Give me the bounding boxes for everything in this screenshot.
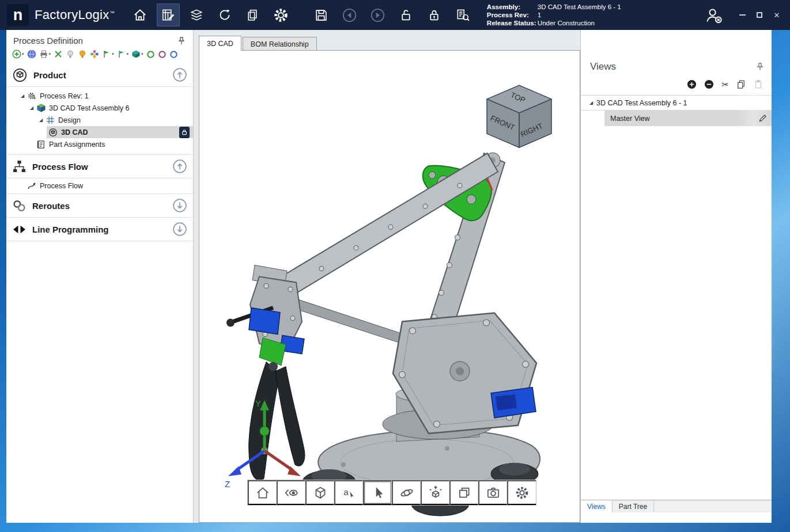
orbit-button[interactable] <box>392 480 421 505</box>
settings-button[interactable] <box>270 3 293 26</box>
materials-button[interactable] <box>185 3 208 26</box>
home-icon <box>133 7 148 22</box>
orbit-icon <box>399 485 414 500</box>
tree-expander-icon[interactable]: ◢ <box>19 90 26 102</box>
tree-item-label: 3D CAD <box>61 128 88 136</box>
snapshot-button[interactable] <box>478 480 507 505</box>
web-link-button[interactable] <box>27 50 36 59</box>
tree-item-design[interactable]: ◢ Design <box>6 114 193 126</box>
documents-icon <box>245 8 260 22</box>
paste-view-button[interactable] <box>753 79 762 89</box>
pin-icon[interactable] <box>757 63 763 71</box>
process-flow-section[interactable]: Process Flow <box>6 155 193 178</box>
tab-views[interactable]: Views <box>581 500 613 512</box>
view-home-button[interactable] <box>248 480 277 505</box>
expand-down-button[interactable] <box>172 222 187 237</box>
process-definition-button[interactable] <box>157 3 180 26</box>
master-view-item[interactable]: Master View <box>604 111 772 126</box>
dropdown-caret-icon: ▾ <box>49 52 51 56</box>
tree-expander-icon[interactable]: ◢ <box>28 102 35 114</box>
documents-button[interactable] <box>241 3 264 26</box>
cad-viewport[interactable]: TOP FRONT RIGHT <box>199 50 580 523</box>
window-controls: ✕ <box>734 7 785 23</box>
forward-button[interactable] <box>366 3 390 26</box>
product-section[interactable]: Product <box>6 63 193 86</box>
circle-down-arrow-icon <box>172 222 187 237</box>
process-flow-icon <box>12 159 27 174</box>
visibility-icon <box>284 485 299 500</box>
status-purple-button[interactable] <box>158 50 167 59</box>
release-status-value: Under Construction <box>538 19 595 27</box>
lock-button[interactable] <box>423 3 446 26</box>
tree-item-label: Design <box>58 116 81 124</box>
close-button[interactable]: ✕ <box>768 7 785 23</box>
purple-ring-icon <box>158 50 167 59</box>
collapse-up-button[interactable] <box>172 159 187 174</box>
views-toolbar: ✂ <box>581 73 772 95</box>
unlock-button[interactable] <box>395 3 418 26</box>
cad-icon <box>48 128 58 137</box>
status-blue-button[interactable] <box>169 50 178 59</box>
tab-bom-relationship[interactable]: BOM Relationship <box>243 37 317 51</box>
add-view-button[interactable] <box>687 79 697 89</box>
print-button[interactable]: ▾ <box>39 50 51 59</box>
status-green-button[interactable] <box>146 50 155 59</box>
remove-view-button[interactable] <box>704 79 714 89</box>
highlight-button[interactable] <box>78 50 87 59</box>
account-button[interactable] <box>702 3 725 26</box>
compare-views-button[interactable] <box>449 480 478 505</box>
app-logo: n <box>7 4 29 26</box>
back-icon <box>342 7 357 23</box>
audit-search-button[interactable] <box>451 3 474 26</box>
app-title: FactoryLogix™ <box>35 7 115 22</box>
viewport-settings-button[interactable] <box>507 480 536 505</box>
reroutes-section[interactable]: Reroutes <box>6 194 193 217</box>
copy-view-button[interactable] <box>736 79 746 89</box>
edit-pencil-icon[interactable] <box>758 114 767 123</box>
back-button[interactable] <box>338 3 361 26</box>
dropdown-caret-icon: ▾ <box>22 52 24 56</box>
robot-arm-model[interactable] <box>226 153 540 516</box>
tree-item-3d-cad[interactable]: 3D CAD <box>47 126 193 138</box>
process-rev-value: 1 <box>538 11 541 19</box>
svg-text:a: a <box>343 487 349 497</box>
cad-scene[interactable]: TOP FRONT RIGHT <box>199 51 580 522</box>
dispatch-button[interactable] <box>213 3 236 26</box>
tree-expander-icon[interactable]: ◢ <box>37 114 44 126</box>
line-programming-section[interactable]: Line Programming <box>6 218 193 241</box>
effects-button[interactable] <box>90 50 99 59</box>
home-button[interactable] <box>128 3 152 26</box>
tree-item-part-assignments[interactable]: Part Assignments <box>6 138 193 150</box>
tree-item-assembly[interactable]: ◢ 3D CAD Test Assembly 6 <box>6 102 193 114</box>
pin-icon[interactable] <box>178 37 185 45</box>
tab-part-tree[interactable]: Part Tree <box>613 500 654 512</box>
expand-down-button[interactable] <box>172 198 187 213</box>
gear-icon <box>515 485 530 500</box>
cut-view-button[interactable]: ✂ <box>721 80 729 89</box>
select-by-name-button[interactable]: a <box>334 480 363 505</box>
transfer-button[interactable] <box>54 50 63 59</box>
add-button[interactable]: ▾ <box>12 50 24 59</box>
flag-button[interactable]: ▾ <box>102 50 114 59</box>
save-button[interactable] <box>310 3 333 26</box>
exploded-view-button[interactable] <box>421 480 449 505</box>
display-style-button[interactable] <box>305 480 334 505</box>
process-flow-section-label: Process Flow <box>32 162 88 172</box>
process-flow-item[interactable]: Process Flow <box>6 178 193 193</box>
views-tree-root[interactable]: ◢ 3D CAD Test Assembly 6 - 1 <box>581 95 772 111</box>
minimize-button[interactable] <box>734 7 751 23</box>
milestone-button[interactable]: ▾ <box>117 50 129 59</box>
visibility-button[interactable] <box>277 480 305 505</box>
axis-y-label: Y <box>255 398 261 408</box>
lock-icon <box>427 8 441 22</box>
maximize-button[interactable] <box>751 7 768 23</box>
pointer-select-button[interactable] <box>363 480 392 505</box>
collapse-up-button[interactable] <box>172 67 187 82</box>
idea-button[interactable] <box>66 50 75 59</box>
product-tree: ◢ Process Rev: 1 ◢ 3D CAD Test Assembly … <box>6 87 193 154</box>
tree-expander-icon[interactable]: ◢ <box>588 97 595 109</box>
tab-3d-cad[interactable]: 3D CAD <box>199 36 241 51</box>
package-button[interactable]: ▾ <box>131 50 143 59</box>
orientation-cube[interactable]: TOP FRONT RIGHT <box>487 85 551 147</box>
tree-item-process-rev[interactable]: ◢ Process Rev: 1 <box>6 90 193 102</box>
